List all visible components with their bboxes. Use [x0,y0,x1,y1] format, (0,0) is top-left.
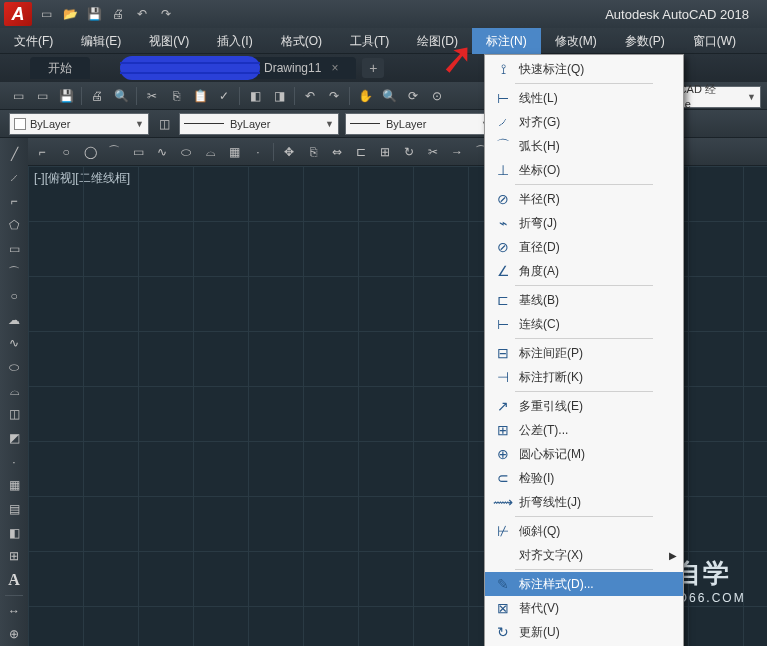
menu-modify[interactable]: 修改(M) [541,28,611,54]
region-icon[interactable]: ◧ [3,522,25,544]
menu-jogged-linear[interactable]: ⟿折弯线性(J) [485,490,683,514]
menu-break[interactable]: ⊣标注打断(K) [485,365,683,389]
circle-tool-icon[interactable]: ○ [55,141,77,163]
menu-view[interactable]: 视图(V) [135,28,203,54]
menu-edit[interactable]: 编辑(E) [67,28,135,54]
menu-oblique[interactable]: ⊬倾斜(Q) [485,519,683,543]
menu-angular[interactable]: ∠角度(A) [485,259,683,283]
save-icon[interactable]: 💾 [83,3,105,25]
tab-start[interactable]: 开始 [30,57,90,79]
rect-tool-icon[interactable]: ▭ [127,141,149,163]
print-icon[interactable]: 🖨 [107,3,129,25]
orbit-icon[interactable]: ⟳ [402,85,424,107]
menu-center[interactable]: ⊕圆心标记(M) [485,442,683,466]
menu-linear[interactable]: ⊢线性(L) [485,86,683,110]
spline-icon[interactable]: ∿ [151,141,173,163]
preview-icon[interactable]: 🔍 [110,85,132,107]
block-icon[interactable]: ◧ [244,85,266,107]
revcloud-icon[interactable]: ☁ [3,309,25,331]
ellipse2-icon[interactable]: ⬭ [3,356,25,378]
menu-space[interactable]: ⊟标注间距(P) [485,341,683,365]
layer-btn-icon[interactable]: ◫ [153,113,175,135]
open-icon[interactable]: 📂 [59,3,81,25]
menu-diameter[interactable]: ⊘直径(D) [485,235,683,259]
arc-tool-icon[interactable]: ⌒ [103,141,125,163]
match-icon[interactable]: ✓ [213,85,235,107]
distance-icon[interactable]: ↔ [3,600,25,622]
wheel-icon[interactable]: ⊙ [426,85,448,107]
add-selected-icon[interactable]: ⊕ [3,623,25,645]
open-file-icon[interactable]: ▭ [31,85,53,107]
menu-parametric[interactable]: 参数(P) [611,28,679,54]
redo-icon[interactable]: ↷ [155,3,177,25]
tab-add-button[interactable]: + [362,58,384,78]
new-icon[interactable]: ▭ [35,3,57,25]
redo-btn-icon[interactable]: ↷ [323,85,345,107]
array-icon[interactable]: ⊞ [374,141,396,163]
menu-window[interactable]: 窗口(W) [679,28,750,54]
rotate-icon[interactable]: ↻ [398,141,420,163]
line-icon[interactable]: ╱ [3,143,25,165]
hatch-icon[interactable]: ▦ [223,141,245,163]
circle-icon[interactable]: ○ [3,285,25,307]
copy-tool-icon[interactable]: ⎘ [302,141,324,163]
gradient-icon[interactable]: ▤ [3,498,25,520]
menu-jogged[interactable]: ⌁折弯(J) [485,211,683,235]
tab-drawing[interactable]: Drawing11 × [246,57,356,79]
point-icon[interactable]: · [247,141,269,163]
menu-align-text[interactable]: 对齐文字(X)▶ [485,543,683,567]
zoom-icon[interactable]: 🔍 [378,85,400,107]
ellipsearc-icon[interactable]: ⌓ [3,380,25,402]
polygon-icon[interactable]: ⬠ [3,214,25,236]
mirror-icon[interactable]: ⇔ [326,141,348,163]
xline-icon[interactable]: ⟋ [3,167,25,189]
pan-icon[interactable]: ✋ [354,85,376,107]
new-file-icon[interactable]: ▭ [7,85,29,107]
arc-icon[interactable]: ⌒ [3,261,25,283]
menu-override[interactable]: ⊠替代(V) [485,596,683,620]
circle2-icon[interactable]: ◯ [79,141,101,163]
menu-arc[interactable]: ⌒弧长(H) [485,134,683,158]
menu-inspect[interactable]: ⊂检验(I) [485,466,683,490]
menu-update[interactable]: ↻更新(U) [485,620,683,644]
table-icon[interactable]: ⊞ [3,545,25,567]
menu-tools[interactable]: 工具(T) [336,28,403,54]
point2-icon[interactable]: · [3,451,25,473]
linetype-dropdown[interactable]: ByLayer ▼ [179,113,339,135]
undo-btn-icon[interactable]: ↶ [299,85,321,107]
block-make-icon[interactable]: ◩ [3,427,25,449]
lineweight-dropdown[interactable]: ByLayer ▼ [345,113,495,135]
menu-baseline[interactable]: ⊏基线(B) [485,288,683,312]
move-icon[interactable]: ✥ [278,141,300,163]
undo-icon[interactable]: ↶ [131,3,153,25]
menu-dimstyle[interactable]: ✎标注样式(D)... [485,572,683,596]
menu-dimension[interactable]: 标注(N) [472,28,541,54]
layer-color-dropdown[interactable]: ByLayer ▼ [9,113,149,135]
pline-icon[interactable]: ⌐ [3,190,25,212]
menu-insert[interactable]: 插入(I) [203,28,266,54]
menu-aligned[interactable]: ⟋对齐(G) [485,110,683,134]
menu-radius[interactable]: ⊘半径(R) [485,187,683,211]
paste-icon[interactable]: 📋 [189,85,211,107]
app-logo[interactable]: A [4,2,32,26]
spline2-icon[interactable]: ∿ [3,332,25,354]
rectangle-icon[interactable]: ▭ [3,238,25,260]
menu-file[interactable]: 文件(F) [0,28,67,54]
menu-format[interactable]: 格式(O) [267,28,336,54]
copy-icon[interactable]: ⎘ [165,85,187,107]
menu-quick-dim[interactable]: ⟟快速标注(Q) [485,57,683,81]
menu-multileader[interactable]: ↗多重引线(E) [485,394,683,418]
menu-tolerance[interactable]: ⊞公差(T)... [485,418,683,442]
extend-icon[interactable]: → [446,141,468,163]
text-icon[interactable]: A [3,569,25,591]
menu-draw[interactable]: 绘图(D) [403,28,472,54]
menu-ordinate[interactable]: ⊥坐标(O) [485,158,683,182]
polyline-icon[interactable]: ⌐ [31,141,53,163]
trim-icon[interactable]: ✂ [422,141,444,163]
ellipse-icon[interactable]: ⬭ [175,141,197,163]
ellipse-arc-icon[interactable]: ⌓ [199,141,221,163]
hatch2-icon[interactable]: ▦ [3,474,25,496]
block2-icon[interactable]: ◨ [268,85,290,107]
cut-icon[interactable]: ✂ [141,85,163,107]
menu-continue[interactable]: ⊢连续(C) [485,312,683,336]
